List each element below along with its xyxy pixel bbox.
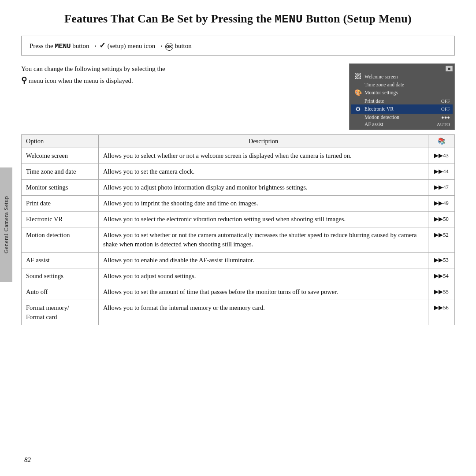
table-cell-description: Allows you to set whether or not the cam…: [99, 227, 428, 252]
table-cell-option: Auto off: [22, 284, 99, 300]
table-cell-ref: ▶▶54: [428, 268, 455, 284]
table-row: Format memory/Format cardAllows you to f…: [22, 300, 455, 325]
table-row: Auto offAllows you to set the amount of …: [22, 284, 455, 300]
table-cell-ref: ▶▶43: [428, 148, 455, 164]
table-row: Sound settingsAllows you to adjust sound…: [22, 268, 455, 284]
cam-icon-0: 🖼: [353, 73, 363, 80]
title-main: Features That Can Be Set by Pressing the: [64, 12, 275, 25]
col-header-option: Option: [22, 134, 99, 148]
press-instruction-box: Press the MENU button → ✓ (setup) menu i…: [21, 36, 455, 56]
table-cell-option: Format memory/Format card: [22, 300, 99, 325]
col-header-ref: 📚: [428, 134, 455, 148]
cam-row-3: Print date OFF: [351, 97, 453, 104]
cam-row-5: Motion detection ●●●: [351, 114, 453, 121]
table-cell-ref: ▶▶53: [428, 252, 455, 268]
table-row: Motion detectionAllows you to set whethe…: [22, 227, 455, 252]
table-row: Welcome screenAllows you to select wheth…: [22, 148, 455, 164]
table-row: Time zone and dateAllows you to set the …: [22, 164, 455, 179]
table-cell-description: Allows you to imprint the shooting date …: [99, 195, 428, 211]
cam-battery-icon: ■: [446, 66, 453, 71]
intro-area: You can change the following settings by…: [21, 63, 455, 130]
table-cell-description: Allows you to adjust photo information d…: [99, 179, 428, 195]
table-cell-option: Electronic VR: [22, 211, 99, 227]
table-cell-option: Time zone and date: [22, 164, 99, 179]
page-title: Features That Can Be Set by Pressing the…: [21, 12, 455, 26]
table-cell-description: Allows you to adjust sound settings.: [99, 268, 428, 284]
table-cell-option: AF assist: [22, 252, 99, 268]
table-row: Monitor settingsAllows you to adjust pho…: [22, 179, 455, 195]
table-cell-option: Monitor settings: [22, 179, 99, 195]
table-cell-ref: ▶▶52: [428, 227, 455, 252]
cam-row-4: ⚙ Electronic VR OFF: [351, 104, 453, 114]
table-cell-option: Motion detection: [22, 227, 99, 252]
table-cell-description: Allows you to select whether or not a we…: [99, 148, 428, 164]
cam-topbar: ■: [351, 66, 453, 71]
features-table: Option Description 📚 Welcome screenAllow…: [21, 134, 455, 325]
table-row: Print dateAllows you to imprint the shoo…: [22, 195, 455, 211]
table-row: AF assistAllows you to enable and disabl…: [22, 252, 455, 268]
table-row: Electronic VRAllows you to select the el…: [22, 211, 455, 227]
table-cell-description: Allows you to set the camera clock.: [99, 164, 428, 179]
table-cell-ref: ▶▶56: [428, 300, 455, 325]
col-header-description: Description: [99, 134, 428, 148]
table-cell-ref: ▶▶49: [428, 195, 455, 211]
cam-row-1: Time zone and date: [351, 81, 453, 88]
table-cell-description: Allows you to enable and disable the AF-…: [99, 252, 428, 268]
camera-menu-screenshot: ■ 🖼 Welcome screen Time zone and date 🎨 …: [349, 63, 455, 130]
press-text-before: Press the: [30, 42, 55, 49]
intro-line2: ⚲ menu icon when the menu is displayed.: [21, 74, 340, 87]
press-menu-word: MENU: [55, 43, 71, 50]
table-cell-option: Welcome screen: [22, 148, 99, 164]
table-cell-ref: ▶▶47: [428, 179, 455, 195]
press-text-middle: button →: [71, 42, 100, 49]
ok-button-icon: OK: [165, 43, 173, 51]
table-cell-description: Allows you to format the internal memory…: [99, 300, 428, 325]
page-number: 82: [24, 456, 31, 464]
cam-row-2: 🎨 Monitor settings: [351, 88, 453, 97]
table-cell-option: Sound settings: [22, 268, 99, 284]
press-text-after: button: [173, 42, 192, 49]
press-text-setup: (setup) menu icon →: [106, 42, 165, 49]
table-cell-description: Allows you to set the amount of time tha…: [99, 284, 428, 300]
table-cell-description: Allows you to select the electronic vibr…: [99, 211, 428, 227]
page: Features That Can Be Set by Pressing the…: [0, 0, 476, 476]
cam-row-6: AF assist AUTO: [351, 121, 453, 128]
title-menu: MENU: [275, 13, 302, 26]
table-cell-ref: ▶▶44: [428, 164, 455, 179]
table-cell-ref: ▶▶50: [428, 211, 455, 227]
cam-icon-2: 🎨: [353, 89, 363, 97]
cam-icon-4: ⚙: [353, 105, 363, 113]
table-cell-ref: ▶▶55: [428, 284, 455, 300]
title-rest: Button (Setup Menu): [303, 12, 412, 25]
intro-text: You can change the following settings by…: [21, 63, 340, 87]
cam-row-0: 🖼 Welcome screen: [351, 72, 453, 81]
sidebar-label: General Camera Setup: [0, 167, 12, 282]
wrench-icon: ✓: [99, 41, 106, 50]
intro-line1: You can change the following settings by…: [21, 63, 340, 74]
table-cell-option: Print date: [22, 195, 99, 211]
